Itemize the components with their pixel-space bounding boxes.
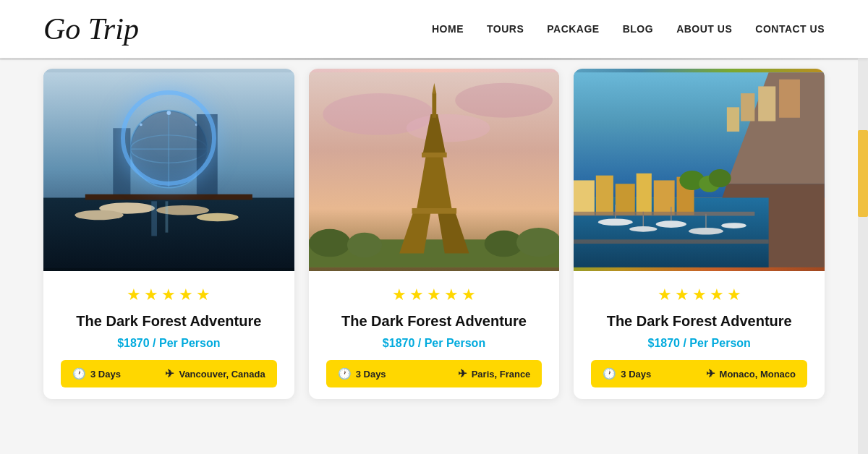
card-body-paris: ★ ★ ★ ★ ★ The Dark Forest Adventure $187… <box>309 271 560 399</box>
nav-package[interactable]: PACKAGE <box>547 23 599 35</box>
star-3: ★ <box>427 286 441 304</box>
svg-rect-41 <box>759 86 776 121</box>
svg-point-27 <box>516 228 560 257</box>
star-rating-monaco: ★ ★ ★ ★ ★ <box>591 286 807 304</box>
card-footer-paris[interactable]: 🕐 3 Days ✈ Paris, France <box>326 360 542 387</box>
svg-point-3 <box>130 111 207 187</box>
star-5: ★ <box>461 286 476 304</box>
card-image-monaco <box>574 69 825 271</box>
nav-tours[interactable]: TOURS <box>487 23 524 35</box>
svg-rect-46 <box>616 184 635 215</box>
star-2: ★ <box>409 286 424 304</box>
svg-point-15 <box>156 205 209 215</box>
card-price-vancouver: $1870 / Per Person <box>61 337 277 350</box>
duration-label-paris: 3 Days <box>356 369 386 380</box>
main-content: ★ ★ ★ ★ ★ The Dark Forest Adventure $187… <box>0 60 868 414</box>
svg-rect-11 <box>113 128 130 197</box>
card-price-monaco: $1870 / Per Person <box>591 337 807 350</box>
card-title-monaco: The Dark Forest Adventure <box>591 313 807 330</box>
clock-icon-monaco: 🕐 <box>603 367 616 380</box>
svg-rect-60 <box>574 239 769 244</box>
svg-rect-47 <box>637 174 652 215</box>
card-title-vancouver: The Dark Forest Adventure <box>61 313 277 330</box>
svg-point-16 <box>197 213 239 222</box>
card-monaco[interactable]: ★ ★ ★ ★ ★ The Dark Forest Adventure $187… <box>574 69 825 399</box>
svg-point-24 <box>309 229 351 257</box>
card-footer-monaco[interactable]: 🕐 3 Days ✈ Monaco, Monaco <box>591 360 807 387</box>
star-4: ★ <box>179 286 193 304</box>
svg-rect-42 <box>779 80 800 118</box>
duration-vancouver: 🕐 3 Days <box>72 367 121 380</box>
svg-rect-40 <box>741 93 754 121</box>
svg-rect-18 <box>166 201 169 232</box>
svg-point-52 <box>656 220 686 228</box>
svg-point-14 <box>75 210 123 220</box>
svg-point-8 <box>195 123 198 126</box>
svg-point-6 <box>130 135 207 163</box>
svg-point-63 <box>709 169 731 187</box>
nav-about[interactable]: ABOUT US <box>676 23 732 35</box>
card-paris[interactable]: ★ ★ ★ ★ ★ The Dark Forest Adventure $187… <box>309 69 560 399</box>
destination-label-vancouver: Vancouver, Canada <box>179 369 265 380</box>
header: Go Trip HOME TOURS PACKAGE BLOG ABOUT US… <box>0 0 868 58</box>
plane-icon-vancouver: ✈ <box>165 367 174 380</box>
logo[interactable]: Go Trip <box>43 12 139 46</box>
svg-rect-59 <box>574 212 754 216</box>
clock-icon-vancouver: 🕐 <box>72 367 86 380</box>
star-1: ★ <box>127 286 141 304</box>
scrollbar-track[interactable] <box>858 0 868 454</box>
card-footer-vancouver[interactable]: 🕐 3 Days ✈ Vancouver, Canada <box>61 360 277 387</box>
cards-container: ★ ★ ★ ★ ★ The Dark Forest Adventure $187… <box>43 60 825 399</box>
destination-vancouver: ✈ Vancouver, Canada <box>165 367 265 380</box>
clock-icon-paris: 🕐 <box>338 367 352 380</box>
destination-label-paris: Paris, France <box>472 369 531 380</box>
svg-rect-45 <box>596 176 613 215</box>
svg-point-25 <box>347 233 382 258</box>
star-2: ★ <box>675 286 689 304</box>
svg-rect-30 <box>412 208 456 214</box>
card-vancouver[interactable]: ★ ★ ★ ★ ★ The Dark Forest Adventure $187… <box>43 69 294 399</box>
svg-point-50 <box>598 218 633 226</box>
nav-blog[interactable]: BLOG <box>623 23 653 35</box>
svg-rect-34 <box>432 93 436 118</box>
plane-icon-monaco: ✈ <box>706 367 715 380</box>
svg-point-7 <box>166 111 171 115</box>
svg-rect-32 <box>422 153 447 158</box>
star-3: ★ <box>692 286 707 304</box>
plane-icon-paris: ✈ <box>458 367 467 380</box>
card-price-paris: $1870 / Per Person <box>326 337 542 350</box>
duration-label-monaco: 3 Days <box>621 369 651 380</box>
star-4: ★ <box>710 286 724 304</box>
svg-point-22 <box>406 114 490 142</box>
duration-paris: 🕐 3 Days <box>338 367 386 380</box>
duration-monaco: 🕐 3 Days <box>603 367 651 380</box>
destination-label-monaco: Monaco, Monaco <box>720 369 796 380</box>
star-rating-vancouver: ★ ★ ★ ★ ★ <box>61 286 277 304</box>
svg-rect-44 <box>574 180 595 215</box>
svg-point-9 <box>140 123 142 126</box>
star-5: ★ <box>727 286 741 304</box>
star-rating-paris: ★ ★ ★ ★ ★ <box>326 286 542 304</box>
nav-home[interactable]: HOME <box>432 23 464 35</box>
duration-label-vancouver: 3 Days <box>90 369 121 380</box>
star-3: ★ <box>161 286 176 304</box>
scrollbar-thumb[interactable] <box>858 130 868 217</box>
card-body-vancouver: ★ ★ ★ ★ ★ The Dark Forest Adventure $187… <box>43 271 294 399</box>
star-2: ★ <box>144 286 158 304</box>
star-1: ★ <box>392 286 407 304</box>
star-4: ★ <box>444 286 459 304</box>
card-image-paris <box>309 69 560 271</box>
svg-rect-43 <box>727 107 739 132</box>
card-title-paris: The Dark Forest Adventure <box>326 313 542 330</box>
svg-point-53 <box>689 228 723 235</box>
svg-point-51 <box>629 226 658 232</box>
svg-rect-17 <box>151 201 157 236</box>
svg-point-21 <box>455 83 553 118</box>
nav-contact[interactable]: CONTACT US <box>755 23 825 35</box>
card-image-vancouver <box>43 69 294 271</box>
svg-point-2 <box>130 111 207 187</box>
svg-rect-12 <box>85 194 252 200</box>
star-1: ★ <box>658 286 672 304</box>
card-body-monaco: ★ ★ ★ ★ ★ The Dark Forest Adventure $187… <box>574 271 825 399</box>
destination-paris: ✈ Paris, France <box>458 367 531 380</box>
